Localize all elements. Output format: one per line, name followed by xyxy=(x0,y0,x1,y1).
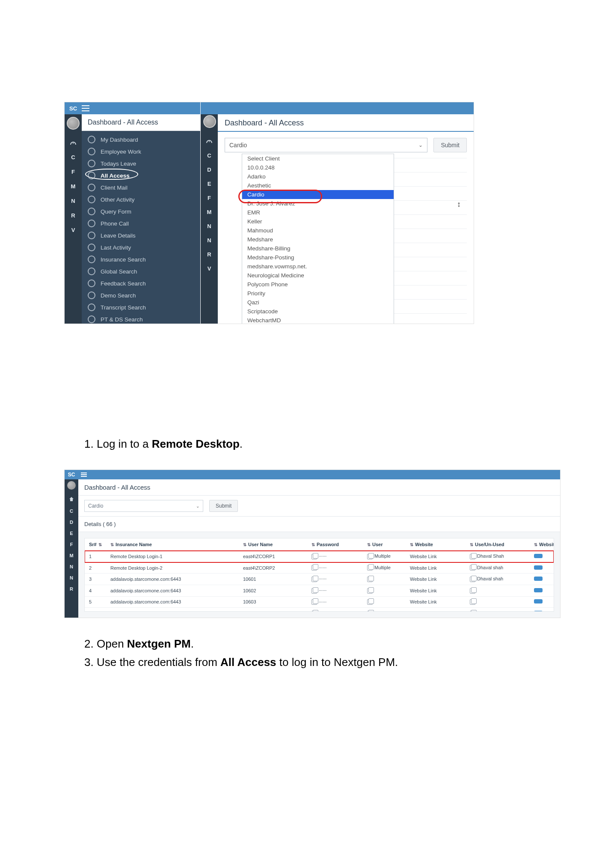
copy-icon[interactable] xyxy=(367,599,373,605)
table-row[interactable]: 2Remote Desktop Login-2east4\ZCORP2·····… xyxy=(85,562,554,574)
copy-icon[interactable] xyxy=(470,599,475,605)
copy-icon[interactable] xyxy=(311,599,317,605)
dropdown-option[interactable]: Medshare xyxy=(242,235,394,244)
copy-icon[interactable] xyxy=(367,554,373,559)
rail-letter[interactable]: M xyxy=(207,209,212,215)
table-row[interactable]: 3addalavoip.starcomone.com:644310601····… xyxy=(85,574,554,585)
sidebar-item[interactable]: Demo Search xyxy=(82,289,200,301)
info-chip[interactable] xyxy=(534,565,543,570)
client-dropdown[interactable]: Select Client10.0.0.248AdarkoAestheticCa… xyxy=(242,154,394,324)
copy-icon[interactable] xyxy=(311,565,317,571)
dropdown-option[interactable]: Dr. Jose J. Alvarez xyxy=(242,199,394,208)
sidebar-item[interactable]: Leave Details xyxy=(82,229,200,241)
sidebar-item[interactable]: Global Search xyxy=(82,265,200,277)
copy-icon[interactable] xyxy=(470,611,475,612)
dropdown-option[interactable]: medshare.vowmsp.net. xyxy=(242,262,394,271)
rail-letter[interactable]: D xyxy=(207,166,211,173)
avatar[interactable] xyxy=(67,117,80,130)
rail-letter[interactable]: E xyxy=(208,181,211,187)
sidebar-item[interactable]: Employee Work xyxy=(82,146,200,158)
dropdown-option[interactable]: Qazi xyxy=(242,298,394,307)
rail-letter[interactable]: V xyxy=(65,226,82,233)
dropdown-option[interactable]: Cardio xyxy=(242,190,394,199)
rail-letter[interactable]: D xyxy=(70,520,73,525)
sidebar-item[interactable]: Query Form xyxy=(82,205,200,217)
rail-letter[interactable]: R xyxy=(65,212,82,219)
dashboard-icon[interactable] xyxy=(65,139,82,146)
info-chip[interactable] xyxy=(534,588,543,592)
copy-icon[interactable] xyxy=(311,554,317,559)
client-select[interactable]: Cardio ⌄ xyxy=(225,138,427,152)
rail-letter[interactable]: C xyxy=(65,154,82,161)
dropdown-option[interactable]: Aesthetic xyxy=(242,181,394,190)
dropdown-option[interactable]: Select Client xyxy=(242,154,394,163)
rail-letter[interactable]: C xyxy=(207,152,211,159)
info-chip[interactable] xyxy=(534,554,543,558)
sidebar-item[interactable]: PT & DS Search xyxy=(82,313,200,324)
dropdown-option[interactable]: Polycom Phone xyxy=(242,280,394,289)
rail-letter[interactable]: N xyxy=(65,197,82,204)
rail-letter[interactable]: N xyxy=(207,237,211,244)
copy-icon[interactable] xyxy=(470,577,475,582)
dropdown-option[interactable]: Medshare-Posting xyxy=(242,253,394,262)
info-chip[interactable] xyxy=(534,611,543,612)
dropdown-option[interactable]: Priority xyxy=(242,289,394,298)
info-chip[interactable] xyxy=(534,599,543,603)
hamburger-icon[interactable] xyxy=(81,473,87,477)
copy-icon[interactable] xyxy=(470,565,475,571)
rail-letter[interactable]: F xyxy=(70,542,73,547)
column-header[interactable]: ⇅User Name xyxy=(243,542,311,547)
sidebar-item[interactable]: Phone Call xyxy=(82,217,200,229)
column-header[interactable]: Sr#⇅ xyxy=(89,542,110,547)
sidebar-item[interactable]: My Dashboard xyxy=(82,134,200,146)
copy-icon[interactable] xyxy=(367,565,373,571)
rail-letter[interactable]: V xyxy=(208,265,211,272)
sidebar-item[interactable]: Insurance Search xyxy=(82,253,200,265)
sidebar-item[interactable]: All Access xyxy=(82,169,200,181)
info-chip[interactable] xyxy=(534,577,543,581)
dropdown-option[interactable]: Adarko xyxy=(242,172,394,181)
column-header[interactable]: ⇅User xyxy=(367,542,410,547)
column-header[interactable]: ⇅Website xyxy=(410,542,470,547)
dropdown-option[interactable]: Neurological Medicine xyxy=(242,271,394,280)
home-icon[interactable] xyxy=(69,496,74,502)
hamburger-icon[interactable] xyxy=(82,105,89,111)
copy-icon[interactable] xyxy=(311,611,317,612)
sidebar-item[interactable]: Last Activity xyxy=(82,241,200,253)
rail-letter[interactable]: C xyxy=(70,508,73,514)
dropdown-option[interactable]: Mahmoud xyxy=(242,226,394,235)
rail-letter[interactable]: F xyxy=(208,195,211,201)
sidebar-item[interactable]: Feedback Search xyxy=(82,277,200,289)
rail-letter[interactable]: N xyxy=(70,564,73,569)
dropdown-option[interactable]: EMR xyxy=(242,208,394,217)
copy-icon[interactable] xyxy=(311,577,317,582)
column-header[interactable]: ⇅Password xyxy=(311,542,367,547)
submit-button[interactable]: Submit xyxy=(209,500,238,512)
dropdown-option[interactable]: WebchartMD xyxy=(242,316,394,324)
copy-icon[interactable] xyxy=(367,577,373,582)
copy-icon[interactable] xyxy=(470,588,475,594)
rail-letter[interactable]: R xyxy=(207,251,211,258)
rail-letter[interactable]: F xyxy=(65,168,82,175)
table-row[interactable]: 1Remote Desktop Login-1east4\ZCORP1·····… xyxy=(85,551,554,562)
table-row[interactable]: 6addalavoip.starcomone.com:644310604····… xyxy=(85,608,554,612)
copy-icon[interactable] xyxy=(367,588,373,594)
table-row[interactable]: 4addalavoip.starcomone.com:644310602····… xyxy=(85,585,554,597)
column-header[interactable]: ⇅Use/Un-Used xyxy=(470,542,534,547)
dashboard-icon[interactable] xyxy=(206,138,213,145)
avatar[interactable] xyxy=(203,115,216,128)
dropdown-option[interactable]: Medshare-Billing xyxy=(242,244,394,253)
submit-button[interactable]: Submit xyxy=(433,138,467,152)
rail-letter[interactable]: M xyxy=(65,183,82,190)
rail-letter[interactable]: N xyxy=(207,223,211,229)
rail-letter[interactable]: N xyxy=(70,575,73,580)
column-header[interactable]: ⇅Website Info xyxy=(534,542,554,547)
dropdown-option[interactable]: Keller xyxy=(242,217,394,226)
copy-icon[interactable] xyxy=(311,588,317,594)
table-row[interactable]: 5addalavoip.starcomone.com:644310603····… xyxy=(85,597,554,608)
sidebar-item[interactable]: Transcript Search xyxy=(82,301,200,313)
avatar[interactable] xyxy=(67,481,76,490)
column-header[interactable]: ⇅Insurance Name xyxy=(110,542,243,547)
rail-letter[interactable]: M xyxy=(69,553,73,558)
sidebar-item[interactable]: Todays Leave xyxy=(82,158,200,169)
